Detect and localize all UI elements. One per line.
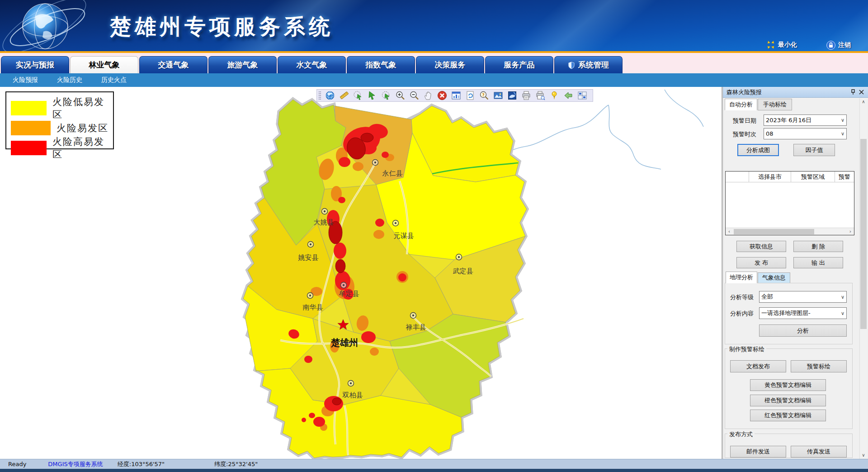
warn-date-label: 预警日期 — [733, 117, 756, 125]
analyze-to-map-button[interactable]: 分析成图 — [737, 144, 779, 156]
tab-weather-info[interactable]: 气象信息 — [758, 272, 790, 283]
marker-pin-icon[interactable] — [549, 91, 559, 100]
map-area: 火险低易发区 火险易发区 火险高易发区 ? — [0, 87, 722, 459]
tab-geo-analysis[interactable]: 地理分析 — [726, 272, 757, 283]
open-window-chart-icon[interactable] — [451, 91, 461, 100]
get-info-button[interactable]: 获取信息 — [736, 241, 786, 252]
tab-auto-analysis[interactable]: 自动分析 — [725, 99, 757, 110]
minimize-icon — [766, 41, 775, 49]
pan-hand-icon[interactable] — [423, 91, 433, 100]
publish-button[interactable]: 发 布 — [736, 257, 786, 268]
legend-row: 火险易发区 — [11, 121, 108, 135]
refresh-page-icon[interactable] — [465, 91, 475, 100]
tab-tourism-weather[interactable]: 旅游气象 — [208, 56, 277, 73]
analysis-level-label: 分析等级 — [730, 293, 754, 301]
red-warning-doc-button[interactable]: 红色预警文档编辑 — [750, 410, 826, 421]
svg-text:双柏县: 双柏县 — [342, 391, 363, 399]
select-by-circle-icon[interactable] — [353, 91, 363, 100]
warning-table: 选择县市 预警区域 预警 ‹ › — [725, 171, 854, 235]
pin-icon[interactable] — [849, 88, 857, 96]
export-button[interactable]: 输 出 — [793, 257, 843, 268]
tab-decision-service[interactable]: 决策服务 — [416, 56, 484, 73]
warning-plot-button[interactable]: 预警标绘 — [791, 360, 847, 372]
submenu-fire-risk-forecast[interactable]: 火险预报 — [6, 76, 44, 84]
minimize-button[interactable]: 最小化 — [766, 41, 797, 49]
zoom-out-icon[interactable] — [409, 91, 419, 100]
layout-grid-icon[interactable] — [577, 91, 587, 100]
chevron-down-icon: ∨ — [840, 310, 844, 316]
delete-button[interactable]: 删 除 — [793, 241, 843, 252]
chevron-down-icon: ∨ — [840, 131, 844, 137]
analysis-content-label: 分析内容 — [730, 310, 754, 318]
send-group-label: 发布方式 — [727, 430, 755, 439]
tab-live-forecast[interactable]: 实况与预报 — [1, 56, 69, 73]
scroll-up-icon[interactable]: ∧ — [860, 98, 867, 105]
chevron-down-icon: ∨ — [840, 117, 844, 123]
scroll-thumb[interactable] — [860, 139, 867, 329]
col-blank[interactable] — [726, 172, 749, 182]
status-system-link[interactable]: DMGIS专项服务系统 — [48, 460, 103, 468]
scroll-left-icon[interactable]: ‹ — [726, 229, 733, 234]
deselect-circle-icon[interactable] — [381, 91, 391, 100]
tab-forestry-weather[interactable]: 林业气象 — [70, 56, 138, 73]
tab-traffic-weather[interactable]: 交通气象 — [139, 56, 208, 73]
zoom-in-icon[interactable] — [395, 91, 405, 100]
forest-fire-forecast-panel: 森林火险预报 自动分析 手动标绘 预警日期 2023年 6月16日 ∨ 预警时次… — [722, 87, 868, 459]
scroll-right-icon[interactable]: › — [847, 229, 854, 234]
svg-text:姚安县: 姚安县 — [298, 253, 319, 262]
select-arrow-icon[interactable] — [367, 91, 377, 100]
svg-text:牟定县: 牟定县 — [339, 290, 359, 298]
tab-service-products[interactable]: 服务产品 — [485, 56, 553, 73]
tab-hydrology-weather[interactable]: 水文气象 — [278, 56, 346, 73]
application-window: 楚雄州专项服务系统 最小化 注销 实况与预报 林业气象 — [0, 0, 868, 472]
factor-value-button[interactable]: 因子值 — [793, 144, 835, 156]
full-extent-globe-icon[interactable] — [325, 91, 335, 100]
measure-ruler-icon[interactable] — [339, 91, 349, 100]
table-horizontal-scrollbar[interactable]: ‹ › — [726, 228, 854, 235]
print-preview-icon[interactable] — [535, 91, 545, 100]
submenu-historical-fire-points[interactable]: 历史火点 — [95, 76, 133, 84]
panel-title-bar: 森林火险预报 — [723, 87, 868, 98]
panel-vertical-scrollbar[interactable]: ∧ ∨ — [859, 98, 867, 459]
scroll-thumb[interactable] — [734, 229, 814, 234]
tab-index-weather[interactable]: 指数气象 — [347, 56, 415, 73]
plot-group-label: 制作预警标绘 — [727, 345, 766, 353]
identify-query-icon[interactable]: ? — [479, 91, 489, 100]
warn-date-select[interactable]: 2023年 6月16日 ∨ — [764, 114, 847, 126]
analysis-content-select[interactable]: 一请选择地理图层- ∨ — [759, 307, 847, 319]
doc-publish-button[interactable]: 文档发布 — [730, 360, 786, 372]
scroll-down-icon[interactable]: ∨ — [860, 452, 867, 459]
analyze-button[interactable]: 分析 — [759, 324, 847, 337]
fax-send-button[interactable]: 传真发送 — [791, 446, 847, 458]
save-map-icon[interactable] — [507, 91, 517, 100]
stop-cancel-icon[interactable] — [437, 91, 447, 100]
print-icon[interactable] — [521, 91, 531, 100]
chevron-down-icon: ∨ — [840, 294, 844, 300]
close-icon[interactable] — [857, 88, 865, 96]
legend-label: 火险易发区 — [57, 122, 108, 134]
analysis-level-select[interactable]: 全部 ∨ — [759, 291, 847, 303]
minimize-label: 最小化 — [778, 41, 797, 49]
legend-swatch-high — [11, 141, 47, 155]
tab-system-management[interactable]: 系统管理 — [554, 56, 623, 73]
status-bar: Ready DMGIS专项服务系统 经度:103°56'57" 纬度:25°32… — [0, 459, 868, 472]
submenu-fire-risk-history[interactable]: 火险历史 — [51, 76, 89, 84]
col-warning-region[interactable]: 预警区域 — [791, 172, 835, 182]
svg-text:禄丰县: 禄丰县 — [406, 323, 426, 331]
col-select-county[interactable]: 选择县市 — [749, 172, 791, 182]
svg-text:永仁县: 永仁县 — [382, 169, 403, 177]
warn-time-select[interactable]: 08 ∨ — [764, 128, 847, 139]
email-send-button[interactable]: 邮件发送 — [730, 446, 786, 458]
export-image-icon[interactable] — [493, 91, 503, 100]
svg-text:大姚县: 大姚县 — [314, 218, 334, 226]
legend: 火险低易发区 火险易发区 火险高易发区 — [5, 91, 114, 149]
back-arrow-icon[interactable] — [563, 91, 573, 100]
yellow-warning-doc-button[interactable]: 黄色预警文档编辑 — [750, 379, 826, 391]
col-warning[interactable]: 预警 — [835, 172, 854, 182]
logout-button[interactable]: 注销 — [826, 41, 851, 50]
toolbar-grip[interactable] — [319, 91, 321, 100]
globe-logo — [0, 0, 108, 51]
orange-warning-doc-button[interactable]: 橙色预警文档编辑 — [750, 395, 826, 406]
submenu-bar: 火险预报 火险历史 历史火点 — [0, 73, 868, 87]
tab-manual-plot[interactable]: 手动标绘 — [758, 99, 792, 110]
